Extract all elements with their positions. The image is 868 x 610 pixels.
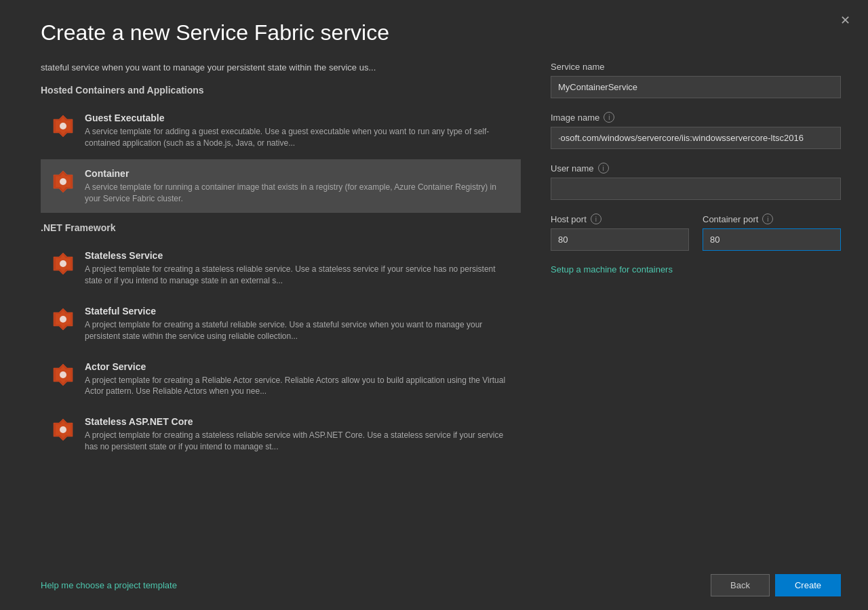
container-port-info-icon[interactable]: i — [762, 214, 773, 224]
container-name: Container — [85, 168, 511, 179]
guest-executable-desc: A service template for adding a guest ex… — [85, 126, 511, 149]
service-item-actor-service[interactable]: Actor Service A project template for cre… — [41, 352, 521, 407]
main-content: stateful service when you want to manage… — [41, 62, 841, 558]
stateless-aspnet-info: Stateless ASP.NET Core A project templat… — [85, 416, 511, 453]
container-port-label: Container port i — [703, 214, 841, 224]
svg-point-11 — [60, 316, 66, 323]
service-item-stateless-aspnet[interactable]: Stateless ASP.NET Core A project templat… — [41, 407, 521, 462]
stateless-aspnet-icon — [51, 418, 75, 442]
host-port-group: Host port i — [551, 214, 689, 251]
svg-point-2 — [60, 123, 66, 129]
stateless-service-name: Stateless Service — [85, 250, 511, 261]
user-name-info-icon[interactable]: i — [598, 163, 609, 174]
stateless-service-desc: A project template for creating a statel… — [85, 264, 511, 287]
back-button[interactable]: Back — [711, 574, 770, 596]
stateless-service-icon — [51, 251, 75, 276]
close-button[interactable]: ✕ — [837, 12, 853, 28]
service-item-guest-executable[interactable]: Guest Executable A service template for … — [41, 104, 521, 158]
stateful-service-icon — [51, 307, 75, 331]
stateful-service-desc: A project template for creating a statef… — [85, 319, 511, 342]
container-port-group: Container port i — [703, 214, 841, 251]
image-name-info-icon[interactable]: i — [604, 112, 614, 123]
section-hosted-header: Hosted Containers and Applications — [41, 85, 521, 96]
left-panel: stateful service when you want to manage… — [41, 62, 529, 558]
actor-service-info: Actor Service A project template for cre… — [85, 361, 511, 398]
stateful-service-name: Stateful Service — [85, 306, 511, 317]
container-info: Container A service template for running… — [85, 168, 511, 205]
user-name-label: User name i — [551, 163, 841, 174]
user-name-input[interactable] — [551, 178, 841, 200]
actor-service-name: Actor Service — [85, 361, 511, 372]
stateless-aspnet-desc: A project template for creating a statel… — [85, 430, 511, 453]
dialog-title: Create a new Service Fabric service — [41, 20, 841, 45]
container-icon — [51, 169, 75, 194]
footer-buttons: Back Create — [711, 574, 841, 596]
dialog: ✕ Create a new Service Fabric service st… — [0, 0, 868, 610]
actor-service-icon — [51, 363, 75, 387]
actor-service-desc: A project template for creating a Reliab… — [85, 375, 511, 398]
service-item-stateful-service[interactable]: Stateful Service A project template for … — [41, 297, 521, 351]
stateless-service-info: Stateless Service A project template for… — [85, 250, 511, 287]
footer: Help me choose a project template Back C… — [41, 563, 841, 596]
image-name-input[interactable] — [551, 127, 841, 149]
setup-machine-link[interactable]: Setup a machine for containers — [551, 264, 673, 274]
help-link[interactable]: Help me choose a project template — [41, 580, 177, 590]
guest-executable-info: Guest Executable A service template for … — [85, 113, 511, 149]
ports-row: Host port i Container port i — [551, 214, 841, 251]
user-name-group: User name i — [551, 163, 841, 200]
scroll-area[interactable]: stateful service when you want to manage… — [41, 62, 529, 558]
guest-executable-name: Guest Executable — [85, 113, 511, 123]
setup-link-container: Setup a machine for containers — [551, 264, 841, 274]
stateful-service-info: Stateful Service A project template for … — [85, 306, 511, 342]
container-desc: A service template for running a contain… — [85, 182, 511, 205]
stateless-aspnet-name: Stateless ASP.NET Core — [85, 416, 511, 427]
svg-point-14 — [60, 371, 66, 378]
svg-point-17 — [60, 426, 66, 433]
service-name-group: Service name — [551, 62, 841, 98]
section-dotnet-header: .NET Framework — [41, 222, 521, 233]
image-name-label: Image name i — [551, 112, 841, 123]
host-port-info-icon[interactable]: i — [591, 214, 601, 224]
svg-point-5 — [60, 178, 66, 185]
guest-executable-icon — [51, 114, 75, 138]
host-port-input[interactable] — [551, 228, 689, 251]
right-panel: Service name Image name i User name i — [529, 62, 841, 558]
create-button[interactable]: Create — [775, 574, 841, 596]
image-name-group: Image name i — [551, 112, 841, 149]
service-item-stateless-service[interactable]: Stateless Service A project template for… — [41, 241, 521, 296]
svg-point-8 — [60, 260, 66, 267]
host-port-label: Host port i — [551, 214, 689, 224]
intro-text: stateful service when you want to manage… — [41, 62, 521, 74]
service-name-input[interactable] — [551, 76, 841, 98]
service-item-container[interactable]: Container A service template for running… — [41, 159, 521, 214]
container-port-input[interactable] — [703, 228, 841, 251]
service-name-label: Service name — [551, 62, 841, 72]
